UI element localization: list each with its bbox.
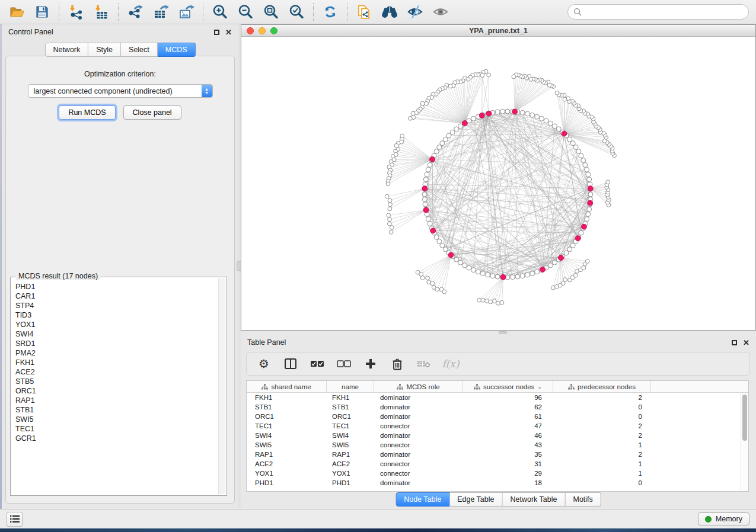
- close-window-icon[interactable]: [247, 27, 254, 34]
- mcds-result-item[interactable]: STB5: [14, 377, 216, 386]
- optimization-criterion-select[interactable]: largest connected component (undirected)…: [28, 84, 213, 98]
- mcds-result-item[interactable]: SWI5: [14, 415, 216, 424]
- horizontal-splitter[interactable]: [241, 331, 756, 335]
- cell: ACE2: [247, 459, 327, 469]
- table-row[interactable]: PHD1PHD1dominator180: [247, 478, 748, 488]
- cell: dominator: [374, 412, 463, 421]
- function-builder-button[interactable]: f(x): [444, 357, 458, 371]
- export-table-button[interactable]: [151, 2, 170, 21]
- splitter-handle[interactable]: [499, 331, 507, 334]
- table-row[interactable]: SWI4SWI4dominator462: [247, 431, 748, 440]
- table-tab-edge-table[interactable]: Edge Table: [449, 492, 502, 507]
- delete-column-button[interactable]: [390, 357, 404, 371]
- table-row[interactable]: ORC1ORC1dominator610: [247, 412, 748, 421]
- mcds-result-item[interactable]: GCR1: [14, 434, 216, 443]
- zoom-fit-button[interactable]: [261, 2, 280, 21]
- table-row[interactable]: YOX1YOX1connector291: [247, 469, 748, 478]
- mcds-result-list[interactable]: PHD1CAR1STP4TID3YOX1SWI4SRD1PMA2FKH1ACE2…: [14, 279, 216, 493]
- zoom-out-button[interactable]: [236, 2, 255, 21]
- mcds-result-item[interactable]: ACE2: [14, 367, 216, 377]
- cell: SWI5: [247, 440, 327, 450]
- deselect-all-button[interactable]: [337, 357, 351, 371]
- export-image-button[interactable]: [177, 2, 196, 21]
- table-row[interactable]: SWI5SWI5connector431: [247, 440, 748, 450]
- table-tab-node-table[interactable]: Node Table: [395, 492, 449, 507]
- search-input[interactable]: [586, 8, 743, 16]
- table-row[interactable]: FKH1FKH1dominator962: [247, 393, 748, 402]
- table-scrollbar[interactable]: [741, 393, 748, 491]
- import-table-button[interactable]: [92, 2, 111, 21]
- table-tab-network-table[interactable]: Network Table: [503, 492, 566, 507]
- cell: 43: [463, 440, 553, 450]
- network-window-titlebar[interactable]: YPA_prune.txt_1: [241, 25, 755, 37]
- close-panel-button[interactable]: Close panel: [123, 105, 181, 120]
- export-network-button[interactable]: [126, 2, 145, 21]
- node-table: shared namenameMCDS rolesuccessor nodes⌄…: [246, 380, 749, 492]
- table-row[interactable]: STB1STB1dominator620: [247, 402, 748, 412]
- mcds-result-item[interactable]: RAP1: [14, 396, 216, 405]
- table-row[interactable]: RAP1RAP1dominator352: [247, 450, 748, 459]
- mcds-result-item[interactable]: STB1: [14, 405, 216, 415]
- show-graphics-details-button[interactable]: [431, 2, 450, 21]
- mcds-result-item[interactable]: PMA2: [14, 348, 216, 358]
- column-header-shared-name[interactable]: shared name: [247, 381, 327, 392]
- function-icon: f(x): [442, 358, 459, 370]
- tab-select[interactable]: Select: [121, 43, 158, 57]
- float-panel-icon[interactable]: [214, 30, 219, 35]
- task-history-button[interactable]: [7, 512, 23, 527]
- memory-button[interactable]: Memory: [698, 512, 749, 525]
- cell: 35: [463, 450, 553, 459]
- mcds-result-item[interactable]: CAR1: [14, 291, 216, 301]
- mcds-result-item[interactable]: ORC1: [14, 386, 216, 396]
- mcds-result-item[interactable]: SWI4: [14, 329, 216, 339]
- mcds-result-item[interactable]: STP4: [14, 301, 216, 310]
- cell: 96: [463, 393, 553, 402]
- delete-table-button[interactable]: [417, 357, 431, 371]
- mcds-result-item[interactable]: TID3: [14, 310, 216, 320]
- add-column-button[interactable]: [363, 357, 378, 371]
- clone-network-button[interactable]: [355, 2, 374, 21]
- zoom-selected-button[interactable]: [287, 2, 306, 21]
- mcds-result-item[interactable]: TEC1: [14, 424, 216, 434]
- column-header-name[interactable]: name: [327, 381, 374, 392]
- show-column-button[interactable]: [283, 357, 298, 371]
- maximize-window-icon[interactable]: [270, 27, 277, 34]
- mcds-list-scrollbar[interactable]: [218, 278, 225, 494]
- run-mcds-button[interactable]: Run MCDS: [59, 105, 115, 120]
- open-file-button[interactable]: [7, 2, 26, 21]
- table-row[interactable]: ACE2ACE2connector311: [247, 459, 748, 469]
- table-header-row: shared namenameMCDS rolesuccessor nodes⌄…: [247, 381, 748, 393]
- network-search-field[interactable]: [567, 4, 749, 20]
- cell: 31: [463, 459, 553, 469]
- table-settings-button[interactable]: ⚙: [257, 357, 271, 371]
- scrollbar-thumb[interactable]: [742, 395, 747, 441]
- zoom-in-button[interactable]: [210, 2, 229, 21]
- tab-style[interactable]: Style: [88, 43, 121, 57]
- column-header-predecessor-nodes[interactable]: predecessor nodes: [553, 381, 651, 392]
- mcds-result-item[interactable]: PHD1: [14, 282, 216, 291]
- save-session-button[interactable]: [33, 2, 52, 21]
- close-panel-icon[interactable]: ✕: [743, 340, 749, 345]
- cell: dominator: [374, 402, 463, 412]
- cell: dominator: [374, 450, 463, 459]
- tab-network[interactable]: Network: [44, 43, 88, 57]
- import-network-button[interactable]: [66, 2, 85, 21]
- mcds-result-item[interactable]: FKH1: [14, 358, 216, 367]
- cell: SWI4: [327, 431, 374, 440]
- mcds-result-item[interactable]: YOX1: [14, 320, 216, 329]
- minimize-window-icon[interactable]: [259, 27, 266, 34]
- mcds-result-item[interactable]: SRD1: [14, 339, 216, 348]
- table-tab-motifs[interactable]: Motifs: [565, 492, 601, 507]
- refresh-button[interactable]: [321, 2, 340, 21]
- float-panel-icon[interactable]: [732, 340, 737, 345]
- first-neighbors-button[interactable]: [380, 2, 399, 21]
- column-header-successor-nodes[interactable]: successor nodes⌄: [463, 381, 553, 392]
- close-panel-icon[interactable]: ✕: [225, 30, 232, 35]
- hide-selected-button[interactable]: [406, 2, 425, 21]
- cell: 1: [553, 459, 651, 469]
- table-row[interactable]: TEC1TEC1connector472: [247, 421, 748, 431]
- network-graph[interactable]: [241, 37, 755, 329]
- column-header-MCDS-role[interactable]: MCDS role: [374, 381, 463, 392]
- select-all-button[interactable]: [310, 357, 324, 371]
- tab-mcds[interactable]: MCDS: [158, 43, 196, 57]
